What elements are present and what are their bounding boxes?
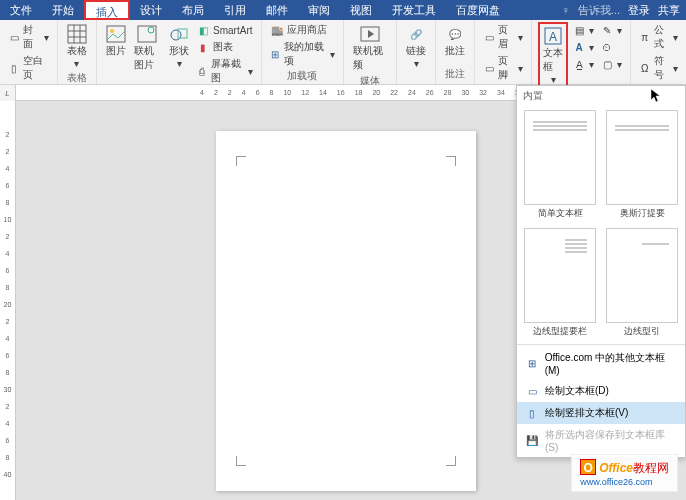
quick-parts-icon: ▤ xyxy=(572,23,586,37)
tab-review[interactable]: 审阅 xyxy=(298,0,340,20)
chart-button[interactable]: ▮图表 xyxy=(194,39,254,55)
group-text: A文本框▾ ▤▾ A▾ A̲▾ ✎▾ ⏲ ▢▾ xyxy=(532,20,631,84)
quick-parts-button[interactable]: ▤▾ xyxy=(570,22,596,38)
store-icon: 🏬 xyxy=(270,23,284,37)
online-pictures-button[interactable]: 联机图片 xyxy=(131,22,164,74)
drop-cap-button[interactable]: A̲▾ xyxy=(570,56,596,72)
group-links: 🔗链接▾ xyxy=(397,20,436,84)
group-media: 联机视频 媒体 xyxy=(344,20,397,84)
textbox-dropdown: 内置 简单文本框 奥斯汀提要 边线型提要栏 边线型引 ⊞Office.com 中… xyxy=(516,85,686,458)
svg-rect-0 xyxy=(68,25,86,43)
save-to-gallery: 💾将所选内容保存到文本框库(S) xyxy=(517,424,685,457)
equation-icon: π xyxy=(639,30,651,44)
svg-marker-15 xyxy=(651,89,660,102)
crop-mark xyxy=(236,456,246,466)
screenshot-icon: ⎙ xyxy=(196,64,208,78)
draw-vertical-textbox[interactable]: ▯绘制竖排文本框(V) xyxy=(517,402,685,424)
svg-rect-10 xyxy=(178,29,187,38)
tab-insert[interactable]: 插入 xyxy=(84,0,130,20)
store-button[interactable]: 🏬应用商店 xyxy=(268,22,337,38)
tab-baidu[interactable]: 百度网盘 xyxy=(446,0,510,20)
crop-mark xyxy=(236,156,246,166)
group-links-label xyxy=(403,81,429,82)
symbol-button[interactable]: Ω符号 ▾ xyxy=(637,53,680,83)
equation-button[interactable]: π公式 ▾ xyxy=(637,22,680,52)
links-button[interactable]: 🔗链接▾ xyxy=(403,22,429,71)
table-button[interactable]: 表格▾ xyxy=(64,22,90,71)
blank-page-icon: ▯ xyxy=(8,61,20,75)
more-office-textboxes[interactable]: ⊞Office.com 中的其他文本框(M) xyxy=(517,347,685,380)
textbox-option-sideline[interactable]: 边线型引 xyxy=(603,228,681,338)
ruler-corner[interactable]: L xyxy=(0,85,16,101)
smartart-button[interactable]: ◧SmartArt xyxy=(194,22,254,38)
tab-view[interactable]: 视图 xyxy=(340,0,382,20)
group-addins-label: 加载项 xyxy=(268,69,337,84)
tell-me-text[interactable]: 告诉我... xyxy=(578,3,620,18)
titlebar: 文件 开始 插入 设计 布局 引用 邮件 审阅 视图 开发工具 百度网盘 ♀ 告… xyxy=(0,0,686,20)
tab-design[interactable]: 设计 xyxy=(130,0,172,20)
textbox-option-simple[interactable]: 简单文本框 xyxy=(521,110,599,220)
page[interactable] xyxy=(216,131,476,491)
object-button[interactable]: ▢▾ xyxy=(598,56,624,72)
tab-references[interactable]: 引用 xyxy=(214,0,256,20)
footer-button[interactable]: ▭页脚 ▾ xyxy=(481,53,525,83)
tab-layout[interactable]: 布局 xyxy=(172,0,214,20)
textbox-icon: A xyxy=(543,26,563,46)
my-addins-button[interactable]: ⊞我的加载项 ▾ xyxy=(268,39,337,69)
draw-textbox[interactable]: ▭绘制文本框(D) xyxy=(517,380,685,402)
table-icon xyxy=(67,24,87,44)
ruler-vertical[interactable]: 2246810246820246830246840 xyxy=(0,101,16,500)
signature-button[interactable]: ✎▾ xyxy=(598,22,624,38)
shapes-button[interactable]: 形状▾ xyxy=(166,22,192,71)
pictures-button[interactable]: 图片 xyxy=(103,22,129,60)
cover-page-icon: ▭ xyxy=(8,30,20,44)
svg-point-6 xyxy=(110,29,114,33)
comment-button[interactable]: 💬批注 xyxy=(442,22,468,60)
symbol-icon: Ω xyxy=(639,61,651,75)
tell-me-icon: ♀ xyxy=(562,4,570,16)
online-pictures-icon xyxy=(137,24,157,44)
pictures-icon xyxy=(106,24,126,44)
textbox-option-austin[interactable]: 奥斯汀提要 xyxy=(603,110,681,220)
office-icon: ⊞ xyxy=(525,357,539,371)
svg-point-8 xyxy=(148,27,154,33)
chart-icon: ▮ xyxy=(196,40,210,54)
crop-mark xyxy=(446,456,456,466)
group-symbols: π公式 ▾ Ω符号 ▾ #编号 xyxy=(631,20,686,84)
draw-textbox-icon: ▭ xyxy=(525,384,539,398)
ribbon: ▭封面 ▾ ▯空白页 ⎘分页 页面 表格▾ 表格 图片 联机图片 形状▾ ◧Sm… xyxy=(0,20,686,85)
blank-page-button[interactable]: ▯空白页 xyxy=(6,53,51,83)
date-time-button[interactable]: ⏲ xyxy=(598,39,624,55)
cover-page-button[interactable]: ▭封面 ▾ xyxy=(6,22,51,52)
screenshot-button[interactable]: ⎙屏幕截图 ▾ xyxy=(194,56,254,86)
tab-developer[interactable]: 开发工具 xyxy=(382,0,446,20)
login-link[interactable]: 登录 xyxy=(628,3,650,18)
group-header-footer: ▭页眉 ▾ ▭页脚 ▾ #页码 ▾ 页眉和页脚 xyxy=(475,20,532,84)
addins-icon: ⊞ xyxy=(270,47,282,61)
group-comments-label: 批注 xyxy=(442,67,468,82)
date-icon: ⏲ xyxy=(600,40,614,54)
wordart-button[interactable]: A▾ xyxy=(570,39,596,55)
draw-vertical-icon: ▯ xyxy=(525,406,539,420)
watermark-url: www.office26.com xyxy=(580,477,669,487)
comment-icon: 💬 xyxy=(445,24,465,44)
svg-marker-12 xyxy=(368,30,374,38)
online-video-button[interactable]: 联机视频 xyxy=(350,22,390,74)
group-illustrations: 图片 联机图片 形状▾ ◧SmartArt ▮图表 ⎙屏幕截图 ▾ 插图 xyxy=(97,20,262,84)
group-pages: ▭封面 ▾ ▯空白页 ⎘分页 页面 xyxy=(0,20,58,84)
textbox-option-sidebar[interactable]: 边线型提要栏 xyxy=(521,228,599,338)
tab-mailings[interactable]: 邮件 xyxy=(256,0,298,20)
object-icon: ▢ xyxy=(600,57,614,71)
textbox-button[interactable]: A文本框▾ xyxy=(538,22,568,89)
tab-home[interactable]: 开始 xyxy=(42,0,84,20)
video-icon xyxy=(360,24,380,44)
watermark-logo: O xyxy=(580,459,596,475)
tab-file[interactable]: 文件 xyxy=(0,0,42,20)
smartart-icon: ◧ xyxy=(196,23,210,37)
group-tables-label: 表格 xyxy=(64,71,90,86)
group-addins: 🏬应用商店 ⊞我的加载项 ▾ 加载项 xyxy=(262,20,344,84)
header-button[interactable]: ▭页眉 ▾ xyxy=(481,22,525,52)
group-comments: 💬批注 批注 xyxy=(436,20,475,84)
share-button[interactable]: 共享 xyxy=(658,3,680,18)
signature-icon: ✎ xyxy=(600,23,614,37)
